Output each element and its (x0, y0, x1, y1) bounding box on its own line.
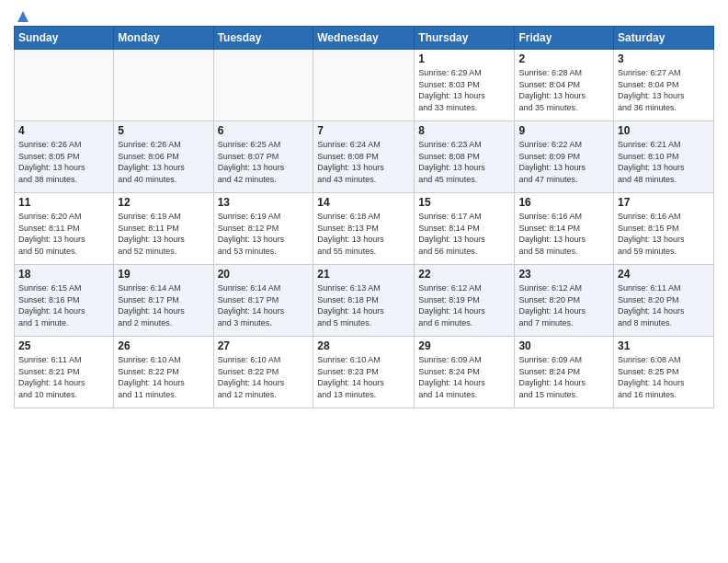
day-number: 24 (618, 268, 710, 281)
day-info: Sunrise: 6:10 AM Sunset: 8:22 PM Dayligh… (118, 354, 209, 400)
calendar-week-row: 11Sunrise: 6:20 AM Sunset: 8:11 PM Dayli… (15, 193, 714, 265)
day-info: Sunrise: 6:20 AM Sunset: 8:11 PM Dayligh… (18, 211, 109, 257)
day-info: Sunrise: 6:26 AM Sunset: 8:06 PM Dayligh… (118, 139, 209, 185)
calendar-cell: 23Sunrise: 6:12 AM Sunset: 8:20 PM Dayli… (515, 265, 614, 337)
calendar-cell: 11Sunrise: 6:20 AM Sunset: 8:11 PM Dayli… (15, 193, 114, 265)
calendar-cell: 10Sunrise: 6:21 AM Sunset: 8:10 PM Dayli… (614, 121, 714, 193)
calendar-cell: 19Sunrise: 6:14 AM Sunset: 8:17 PM Dayli… (114, 265, 213, 337)
weekday-header-tuesday: Tuesday (213, 27, 313, 50)
logo-icon (16, 9, 30, 24)
calendar-cell (313, 50, 415, 121)
day-number: 1 (418, 52, 510, 65)
day-info: Sunrise: 6:21 AM Sunset: 8:10 PM Dayligh… (618, 139, 710, 185)
day-info: Sunrise: 6:13 AM Sunset: 8:18 PM Dayligh… (317, 282, 410, 328)
day-info: Sunrise: 6:14 AM Sunset: 8:17 PM Dayligh… (118, 282, 209, 328)
weekday-header-monday: Monday (114, 27, 213, 50)
day-number: 5 (118, 124, 209, 137)
day-number: 7 (317, 124, 410, 137)
calendar-cell: 20Sunrise: 6:14 AM Sunset: 8:17 PM Dayli… (213, 265, 313, 337)
calendar-cell: 16Sunrise: 6:16 AM Sunset: 8:14 PM Dayli… (515, 193, 614, 265)
calendar-cell: 15Sunrise: 6:17 AM Sunset: 8:14 PM Dayli… (415, 193, 515, 265)
calendar-cell: 24Sunrise: 6:11 AM Sunset: 8:20 PM Dayli… (614, 265, 714, 337)
calendar-week-row: 25Sunrise: 6:11 AM Sunset: 8:21 PM Dayli… (15, 337, 714, 408)
day-info: Sunrise: 6:12 AM Sunset: 8:20 PM Dayligh… (518, 282, 609, 328)
day-info: Sunrise: 6:08 AM Sunset: 8:25 PM Dayligh… (618, 354, 710, 400)
calendar-cell: 2Sunrise: 6:28 AM Sunset: 8:04 PM Daylig… (515, 50, 614, 121)
calendar-cell: 25Sunrise: 6:11 AM Sunset: 8:21 PM Dayli… (15, 337, 114, 408)
calendar-cell: 9Sunrise: 6:22 AM Sunset: 8:09 PM Daylig… (515, 121, 614, 193)
calendar-cell: 18Sunrise: 6:15 AM Sunset: 8:16 PM Dayli… (15, 265, 114, 337)
logo (14, 9, 30, 20)
day-number: 19 (118, 268, 209, 281)
day-number: 11 (18, 196, 109, 209)
day-number: 17 (618, 196, 710, 209)
page-container: SundayMondayTuesdayWednesdayThursdayFrid… (0, 0, 728, 418)
calendar-cell: 30Sunrise: 6:09 AM Sunset: 8:24 PM Dayli… (515, 337, 614, 408)
day-number: 9 (518, 124, 609, 137)
calendar-cell: 8Sunrise: 6:23 AM Sunset: 8:08 PM Daylig… (415, 121, 515, 193)
day-info: Sunrise: 6:18 AM Sunset: 8:13 PM Dayligh… (317, 211, 410, 257)
day-number: 26 (118, 339, 209, 352)
calendar-cell: 31Sunrise: 6:08 AM Sunset: 8:25 PM Dayli… (614, 337, 714, 408)
weekday-header-wednesday: Wednesday (313, 27, 415, 50)
day-number: 23 (518, 268, 609, 281)
calendar-cell: 3Sunrise: 6:27 AM Sunset: 8:04 PM Daylig… (614, 50, 714, 121)
weekday-header-friday: Friday (515, 27, 614, 50)
day-info: Sunrise: 6:23 AM Sunset: 8:08 PM Dayligh… (418, 139, 510, 185)
day-info: Sunrise: 6:12 AM Sunset: 8:19 PM Dayligh… (418, 282, 510, 328)
day-number: 8 (418, 124, 510, 137)
calendar-cell: 28Sunrise: 6:10 AM Sunset: 8:23 PM Dayli… (313, 337, 415, 408)
svg-marker-0 (17, 11, 28, 22)
day-info: Sunrise: 6:09 AM Sunset: 8:24 PM Dayligh… (418, 354, 510, 400)
day-info: Sunrise: 6:15 AM Sunset: 8:16 PM Dayligh… (18, 282, 109, 328)
calendar-cell (213, 50, 313, 121)
day-number: 16 (518, 196, 609, 209)
day-number: 10 (618, 124, 710, 137)
day-number: 25 (18, 339, 109, 352)
weekday-header-thursday: Thursday (415, 27, 515, 50)
day-info: Sunrise: 6:26 AM Sunset: 8:05 PM Dayligh… (18, 139, 109, 185)
day-number: 15 (418, 196, 510, 209)
day-info: Sunrise: 6:22 AM Sunset: 8:09 PM Dayligh… (518, 139, 609, 185)
day-info: Sunrise: 6:25 AM Sunset: 8:07 PM Dayligh… (218, 139, 310, 185)
day-number: 3 (618, 52, 710, 65)
header (14, 9, 714, 20)
day-number: 28 (317, 339, 410, 352)
calendar-cell: 4Sunrise: 6:26 AM Sunset: 8:05 PM Daylig… (15, 121, 114, 193)
day-number: 18 (18, 268, 109, 281)
calendar-cell: 5Sunrise: 6:26 AM Sunset: 8:06 PM Daylig… (114, 121, 213, 193)
weekday-header-saturday: Saturday (614, 27, 714, 50)
calendar-week-row: 4Sunrise: 6:26 AM Sunset: 8:05 PM Daylig… (15, 121, 714, 193)
day-number: 22 (418, 268, 510, 281)
day-number: 2 (518, 52, 609, 65)
calendar-cell (114, 50, 213, 121)
weekday-header-row: SundayMondayTuesdayWednesdayThursdayFrid… (15, 27, 714, 50)
calendar-week-row: 18Sunrise: 6:15 AM Sunset: 8:16 PM Dayli… (15, 265, 714, 337)
day-number: 6 (218, 124, 310, 137)
day-info: Sunrise: 6:14 AM Sunset: 8:17 PM Dayligh… (218, 282, 310, 328)
calendar-cell: 29Sunrise: 6:09 AM Sunset: 8:24 PM Dayli… (415, 337, 515, 408)
calendar-cell: 12Sunrise: 6:19 AM Sunset: 8:11 PM Dayli… (114, 193, 213, 265)
day-info: Sunrise: 6:17 AM Sunset: 8:14 PM Dayligh… (418, 211, 510, 257)
day-info: Sunrise: 6:11 AM Sunset: 8:21 PM Dayligh… (18, 354, 109, 400)
day-number: 30 (518, 339, 609, 352)
calendar-cell: 7Sunrise: 6:24 AM Sunset: 8:08 PM Daylig… (313, 121, 415, 193)
day-number: 31 (618, 339, 710, 352)
day-number: 27 (218, 339, 310, 352)
day-info: Sunrise: 6:19 AM Sunset: 8:11 PM Dayligh… (118, 211, 209, 257)
day-info: Sunrise: 6:28 AM Sunset: 8:04 PM Dayligh… (518, 67, 609, 113)
day-number: 13 (218, 196, 310, 209)
calendar-week-row: 1Sunrise: 6:29 AM Sunset: 8:03 PM Daylig… (15, 50, 714, 121)
day-number: 12 (118, 196, 209, 209)
day-info: Sunrise: 6:10 AM Sunset: 8:23 PM Dayligh… (317, 354, 410, 400)
calendar-cell: 27Sunrise: 6:10 AM Sunset: 8:22 PM Dayli… (213, 337, 313, 408)
weekday-header-sunday: Sunday (15, 27, 114, 50)
day-number: 4 (18, 124, 109, 137)
day-number: 14 (317, 196, 410, 209)
day-info: Sunrise: 6:24 AM Sunset: 8:08 PM Dayligh… (317, 139, 410, 185)
calendar-cell: 17Sunrise: 6:16 AM Sunset: 8:15 PM Dayli… (614, 193, 714, 265)
calendar-cell (15, 50, 114, 121)
day-info: Sunrise: 6:16 AM Sunset: 8:15 PM Dayligh… (618, 211, 710, 257)
day-number: 29 (418, 339, 510, 352)
day-info: Sunrise: 6:19 AM Sunset: 8:12 PM Dayligh… (218, 211, 310, 257)
